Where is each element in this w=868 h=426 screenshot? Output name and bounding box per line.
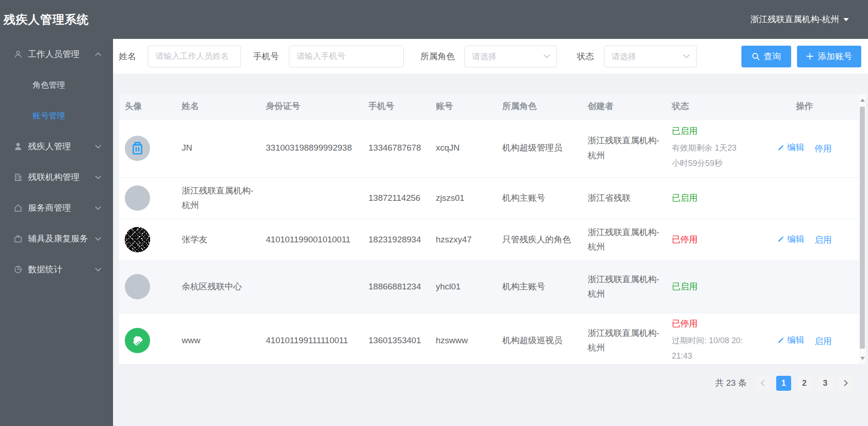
user-solid-icon — [14, 142, 23, 151]
org-switcher-dropdown[interactable]: 浙江残联直属机构-杭州 — [750, 14, 849, 25]
enable-button[interactable]: 启用 — [815, 334, 832, 349]
page-3-button[interactable]: 3 — [818, 376, 833, 391]
sidebar-item-label-active: 账号管理 — [33, 110, 65, 121]
column-header-creator: 创建者 — [582, 94, 666, 119]
status-badge: 已停用 — [672, 318, 744, 330]
sidebar-item-role-management[interactable]: 角色管理 — [0, 70, 113, 100]
table-vertical-scrollbar[interactable] — [859, 94, 866, 364]
status-badge: 已启用 — [672, 125, 744, 137]
chevron-down-icon — [95, 175, 101, 179]
scrollbar-thumb[interactable] — [860, 107, 865, 349]
cell-operations: 编辑 启用 — [750, 313, 859, 368]
disable-button[interactable]: 停用 — [815, 142, 832, 156]
sidebar-item-service-provider-management[interactable]: 服务商管理 — [0, 193, 113, 223]
status-filter-select[interactable]: 请选择 — [604, 46, 697, 67]
building-icon — [14, 173, 23, 182]
column-header-phone: 手机号 — [363, 94, 430, 119]
cell-id-number: 410101199001010011 — [260, 219, 363, 260]
sidebar-item-label: 辅具及康复服务 — [28, 233, 88, 245]
prev-page-button[interactable] — [755, 376, 770, 391]
handshake-avatar — [125, 328, 150, 353]
cell-status: 已停用 — [666, 219, 750, 260]
table-row: 张学友 410101199001010011 18231928934 hzszx… — [119, 219, 859, 260]
cell-creator: 浙江省残联 — [582, 177, 666, 219]
cell-role: 机构超级巡视员 — [496, 313, 582, 368]
cell-avatar — [119, 219, 176, 260]
sidebar-item-disabled-person-management[interactable]: 残疾人管理 — [0, 131, 113, 162]
search-button[interactable]: 查询 — [741, 46, 791, 67]
handshake-icon — [130, 333, 145, 348]
add-account-button[interactable]: 添加账号 — [797, 46, 861, 67]
cell-name: www — [176, 313, 260, 368]
chevron-down-icon — [95, 145, 101, 148]
sidebar-item-staff-management[interactable]: 工作人员管理 — [0, 39, 113, 70]
chevron-up-icon — [95, 52, 101, 56]
cell-phone: 18866881234 — [363, 260, 430, 313]
status-note: 过期时间: 10/08 20:21:43 — [672, 333, 744, 364]
cell-id-number: 410101199111110011 — [260, 313, 363, 368]
edit-button[interactable]: 编辑 — [777, 333, 804, 347]
cell-status: 已启用 — [666, 260, 750, 313]
sidebar-item-data-statistics[interactable]: 数据统计 — [0, 254, 113, 285]
chevron-down-icon — [95, 268, 101, 271]
cell-role: 只管残疾人的角色 — [496, 219, 582, 260]
edit-button-label: 编辑 — [787, 333, 804, 347]
edit-pencil-icon — [777, 336, 785, 344]
cell-role: 机构主账号 — [496, 260, 582, 313]
cell-status: 已启用 有效期剩余 1天23小时59分59秒 — [666, 119, 750, 177]
scroll-up-arrow-icon[interactable] — [859, 96, 866, 104]
cell-status: 已停用 过期时间: 10/08 20:21:43 — [666, 313, 750, 368]
scroll-down-arrow-icon[interactable] — [859, 354, 866, 362]
edit-button[interactable]: 编辑 — [777, 232, 804, 246]
phone-filter-input[interactable] — [289, 46, 404, 67]
org-switcher-label: 浙江残联直属机构-杭州 — [750, 14, 839, 25]
cell-role: 机构超级管理员 — [496, 119, 582, 177]
add-account-button-label: 添加账号 — [818, 51, 852, 62]
edit-pencil-icon — [777, 235, 785, 243]
sidebar-item-account-management[interactable]: 账号管理 — [0, 100, 113, 131]
cell-phone: 13346787678 — [363, 119, 430, 177]
sidebar-menu: 工作人员管理 角色管理 账号管理 残疾人管理 残联机构管理 服务商管理 辅具及康… — [0, 39, 113, 285]
status-note: 有效期剩余 1天23小时59分59秒 — [672, 140, 744, 171]
search-button-label: 查询 — [764, 51, 781, 62]
user-outline-icon — [14, 50, 23, 59]
pie-chart-icon — [14, 265, 23, 274]
chevron-down-icon — [95, 237, 101, 241]
sidebar-item-federation-org-management[interactable]: 残联机构管理 — [0, 162, 113, 193]
sidebar-item-assistive-rehab-services[interactable]: 辅具及康复服务 — [0, 223, 113, 254]
cell-creator: 浙江残联直属机构-杭州 — [582, 313, 666, 368]
column-header-operations: 操作 — [750, 94, 859, 119]
edit-button-label: 编辑 — [787, 140, 804, 155]
next-page-button[interactable] — [839, 376, 854, 391]
cell-account: xcqJN — [430, 119, 496, 177]
cell-name: 余杭区残联中心 — [176, 260, 260, 313]
cell-role: 机构主账号 — [496, 177, 582, 219]
cell-creator: 浙江残联直属机构-杭州 — [582, 119, 666, 177]
briefcase-icon — [14, 234, 23, 243]
sidebar-item-label: 数据统计 — [28, 264, 62, 275]
page-1-button[interactable]: 1 — [776, 376, 791, 391]
chevron-left-icon — [760, 380, 765, 386]
plain-avatar — [125, 185, 150, 211]
cell-avatar — [119, 260, 176, 313]
phone-filter-label: 手机号 — [253, 51, 279, 62]
cell-phone: 13872114256 — [363, 177, 430, 219]
name-filter-input[interactable] — [148, 46, 241, 67]
column-header-status: 状态 — [666, 94, 750, 119]
cell-operations — [750, 177, 859, 219]
column-header-name: 姓名 — [176, 94, 260, 119]
page-2-button[interactable]: 2 — [797, 376, 812, 391]
enable-button[interactable]: 启用 — [815, 233, 832, 247]
cell-account: hzszxy47 — [430, 219, 496, 260]
cell-account: hzswww — [430, 313, 496, 368]
home-icon — [14, 204, 23, 213]
plain-avatar — [125, 274, 150, 299]
topbar — [0, 0, 868, 39]
role-filter-select[interactable]: 请选择 — [464, 46, 557, 67]
sidebar-item-label: 残联机构管理 — [28, 171, 80, 183]
table-row: www 410101199111110011 13601353401 hzsww… — [119, 313, 859, 368]
sidebar-item-label: 服务商管理 — [28, 202, 71, 214]
table-header-row: 头像 姓名 身份证号 手机号 账号 所属角色 创建者 状态 操作 — [119, 94, 859, 119]
edit-button[interactable]: 编辑 — [777, 140, 804, 155]
cell-creator: 浙江残联直属机构-杭州 — [582, 219, 666, 260]
